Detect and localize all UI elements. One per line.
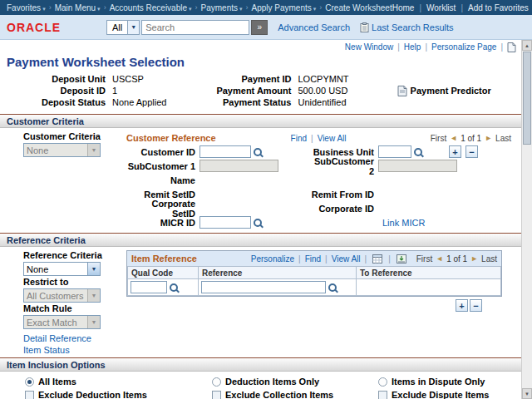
copy-url-icon[interactable] (507, 42, 516, 52)
deposit-id-value: 1 (112, 85, 117, 96)
download-to-excel-icon[interactable] (397, 254, 406, 264)
delete-row-button[interactable]: − (466, 145, 478, 158)
customer-criteria-select: None ▼ (23, 143, 101, 157)
previous-row-icon[interactable]: ◄ (436, 254, 443, 263)
chevron-down-icon: ▼ (87, 289, 100, 302)
scroll-down-icon[interactable]: ▼ (522, 388, 532, 399)
reference-criteria-section: Reference Criteria None ▼ Restrict to Al… (0, 247, 521, 357)
advanced-search-link[interactable]: Advanced Search (278, 22, 350, 32)
view-all-link[interactable]: View All (318, 134, 347, 143)
deposit-id-label: Deposit ID (35, 85, 106, 96)
vertical-scrollbar[interactable]: ▲ ▼ (521, 40, 532, 399)
scroll-up-icon[interactable]: ▲ (522, 40, 532, 51)
reference-input[interactable] (201, 281, 326, 293)
divider (321, 254, 332, 264)
last-link[interactable]: Last (481, 254, 497, 264)
exclude-collection-items-checkbox[interactable] (212, 391, 221, 399)
first-link[interactable]: First (431, 134, 446, 143)
last-search-results-link[interactable]: Last Search Results (372, 22, 453, 32)
divider (361, 254, 372, 264)
exclude-dispute-items-checkbox[interactable] (378, 391, 387, 399)
personalize-page-link[interactable]: Personalize Page (431, 42, 496, 52)
search-scope-value: All (107, 21, 127, 34)
chevron-down-icon: ▾ (97, 6, 101, 12)
qual-code-lookup-icon[interactable] (169, 282, 180, 293)
home-link[interactable]: Home (392, 3, 415, 12)
micr-id-input[interactable] (200, 216, 251, 229)
breadcrumb-separator-icon: › (104, 3, 106, 12)
previous-row-icon[interactable]: ◄ (450, 134, 457, 142)
subcustomer1-label: SubCustomer 1 (126, 161, 200, 171)
chevron-down-icon: ▾ (313, 6, 317, 12)
payment-predictor: Payment Predictor (397, 73, 491, 108)
add-to-favorites-link[interactable]: Add to Favorites (468, 3, 529, 12)
breadcrumb-accounts-receivable[interactable]: Accounts Receivable▾ (110, 3, 192, 12)
match-rule-value: Exact Match (24, 316, 87, 328)
name-label: Name (126, 175, 200, 185)
deduction-items-only-radio[interactable] (212, 377, 221, 387)
customer-criteria-section: Customer Criteria None ▼ Customer Refere… (0, 128, 521, 233)
breadcrumb-favorites[interactable]: Favorites▾ (7, 3, 46, 12)
item-status-link[interactable]: Item Status (23, 344, 126, 356)
detail-reference-link[interactable]: Detail Reference (23, 332, 126, 344)
customer-id-input[interactable] (200, 145, 251, 158)
customer-reference-toolbar: Customer Reference Find View All First ◄… (126, 131, 516, 145)
personalize-link[interactable]: Personalize (251, 254, 294, 264)
zoom-grid-icon[interactable] (372, 254, 382, 264)
breadcrumb-apply-payments[interactable]: Apply Payments▾ (252, 3, 317, 12)
chevron-down-icon: ▼ (87, 263, 100, 275)
all-items-radio[interactable] (25, 377, 34, 387)
worklist-link[interactable]: Worklist (426, 3, 456, 12)
page-title: Payment Worksheet Selection (7, 55, 521, 69)
field-row-subcustomer: SubCustomer 1 SubCustomer 2 (126, 159, 516, 173)
view-all-link[interactable]: View All (332, 254, 361, 264)
customer-id-lookup-icon[interactable] (253, 146, 264, 158)
reference-lookup-icon[interactable] (328, 282, 338, 293)
breadcrumb-payments[interactable]: Payments▾ (201, 3, 243, 12)
reference-links: Detail Reference Item Status (23, 332, 126, 356)
breadcrumb-create-worksheet[interactable]: Create Worksheet (325, 3, 392, 12)
global-nav-bar: Favorites▾ › Main Menu▾ › Accounts Recei… (0, 0, 532, 15)
exclude-deduction-items-checkbox[interactable] (25, 391, 34, 399)
find-viewall-links: Find View All (291, 134, 347, 143)
deposit-unit-label: Deposit Unit (35, 73, 106, 85)
exclude-collection-items-label: Exclude Collection Items (225, 390, 333, 399)
field-row-micr: MICR ID Link MICR (126, 215, 516, 229)
qual-code-input[interactable] (131, 281, 167, 293)
payment-info-column: Payment IDLOCPYMNT Payment Amount500.00 … (212, 73, 348, 108)
breadcrumb-label: Favorites (7, 3, 41, 12)
items-in-dispute-only-radio[interactable] (378, 377, 387, 387)
first-link[interactable]: First (416, 254, 432, 264)
divider (384, 254, 395, 264)
micr-id-lookup-icon[interactable] (253, 217, 264, 229)
business-unit-lookup-icon[interactable] (413, 146, 424, 158)
oracle-logo: ORACLE (7, 21, 106, 34)
chevron-down-icon: ▾ (239, 6, 243, 12)
next-row-icon[interactable]: ► (485, 134, 492, 142)
find-link[interactable]: Find (305, 254, 321, 264)
last-search-results-icon (360, 22, 369, 32)
deposit-status-value: None Applied (112, 96, 166, 108)
row-position: 1 of 1 (446, 254, 467, 264)
reference-criteria-select[interactable]: None ▼ (23, 262, 101, 276)
add-row-button[interactable]: + (456, 299, 468, 312)
search-input[interactable] (141, 20, 249, 35)
link-micr-link[interactable]: Link MICR (382, 218, 425, 228)
help-link[interactable]: Help (404, 42, 421, 52)
payment-predictor-icon (397, 86, 407, 96)
new-window-link[interactable]: New Window (345, 42, 393, 52)
add-row-button[interactable]: + (449, 145, 461, 158)
scrollbar-thumb[interactable] (523, 52, 531, 145)
business-unit-input[interactable] (378, 145, 411, 158)
search-submit-button[interactable]: » (251, 20, 268, 35)
search-scope-select[interactable]: All ▼ (106, 20, 140, 35)
find-link[interactable]: Find (291, 134, 307, 143)
delete-row-button[interactable]: − (470, 299, 482, 312)
last-link[interactable]: Last (495, 134, 511, 143)
deposit-unit-value: USCSP (112, 73, 144, 85)
table-row (128, 279, 501, 296)
breadcrumb-main-menu[interactable]: Main Menu▾ (55, 3, 101, 12)
search-bar: ORACLE All ▼ » Advanced Search Last Sear… (0, 15, 532, 40)
next-row-icon[interactable]: ► (470, 254, 478, 263)
chevron-down-icon: ▼ (87, 316, 100, 328)
